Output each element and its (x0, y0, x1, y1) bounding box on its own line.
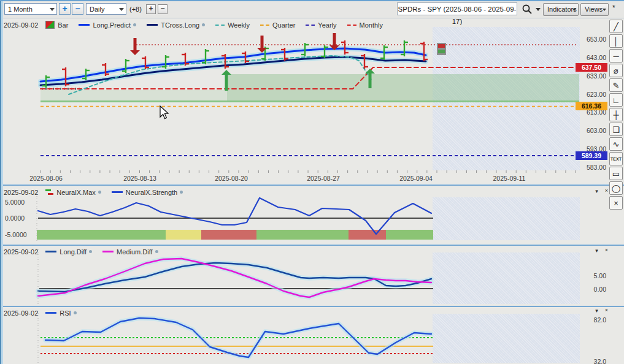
zoom-out-button[interactable]: − (72, 3, 83, 15)
modified-star: * (612, 4, 615, 12)
future-projection-region (433, 197, 580, 240)
main-chart-legend: 2025-09-02 BarLong.PredictTCross.LongWee… (4, 20, 393, 29)
price-axis-label: 643.00 (580, 54, 606, 61)
pen-tool[interactable]: ✎ (609, 78, 623, 92)
legend-item-medium-diff[interactable]: Medium.Diff (102, 248, 158, 256)
date-axis-label: 2025-08-06 (25, 175, 67, 182)
search-icon[interactable] (522, 4, 533, 15)
legend-item-neuralx-strength[interactable]: NeuralX.Strength (112, 189, 183, 196)
price-axis-label: 583.00 (580, 164, 606, 171)
date-axis-label: 2025-09-11 (488, 175, 531, 182)
text-tool[interactable]: TEXT (609, 152, 623, 165)
legend-info-dot-icon (133, 23, 136, 26)
date-axis-label: 2025-08-13 (118, 175, 161, 182)
support-band (40, 90, 227, 101)
chevron-down-icon (119, 8, 124, 13)
ellipse-tool[interactable]: ◯ (609, 181, 623, 195)
indicator-axis-label: 32.0 (580, 358, 606, 364)
symbol-title-box[interactable]: SPDRs - SPY (2025-08-06 - 2025-09-17) (397, 2, 517, 15)
zoom-in-button[interactable]: + (59, 3, 71, 15)
diff-close-button[interactable]: × (603, 246, 611, 254)
date-axis-label: 2025-09-04 (395, 175, 437, 182)
trendline-tool[interactable]: ╱ (609, 20, 623, 33)
price-axis-label: 633.00 (580, 72, 606, 80)
chart-date: 2025-09-02 (4, 21, 38, 29)
add-bar-button[interactable]: + (146, 4, 156, 14)
legend-item-monthly[interactable]: Monthly (347, 21, 383, 29)
series-tcross-long (40, 57, 426, 85)
chart-date: 2025-09-02 (4, 309, 38, 317)
legend-info-dot-icon (180, 191, 183, 194)
rsi-close-button[interactable]: × (603, 306, 611, 314)
neuralx-collapse-button[interactable]: ▾ (593, 188, 601, 195)
panel-separator[interactable] (3, 306, 624, 307)
neuralx-max-band (201, 230, 256, 240)
price-axis-label: 653.00 (580, 36, 606, 43)
legend-info-dot-icon (155, 250, 158, 253)
legend-label: RSI (60, 309, 71, 317)
legend-item-quarter[interactable]: Quarter (260, 21, 295, 29)
range-select[interactable]: 1 Month (4, 3, 57, 15)
remove-bar-button[interactable]: − (158, 4, 168, 14)
legend-item-yearly[interactable]: Yearly (306, 21, 336, 29)
views-button[interactable]: Views (580, 3, 609, 16)
rectangle-tool[interactable]: ▭ (609, 167, 623, 180)
callout-tool[interactable]: ❑ (609, 123, 623, 136)
neuralx-max-band (37, 230, 166, 240)
series-glow (40, 48, 426, 82)
range-select-value: 1 Month (8, 6, 33, 13)
chevron-down-icon (50, 8, 55, 13)
legend-label: NeuralX.Max (56, 189, 96, 196)
legend-item-weekly[interactable]: Weekly (215, 21, 250, 29)
future-projection-region (433, 27, 580, 170)
legend-item-neuralx-max[interactable]: NeuralX.Max (45, 189, 101, 196)
neuralx-panel-legend: 2025-09-02 NeuralX.MaxNeuralX.Strength (4, 188, 193, 197)
diff-collapse-button[interactable]: ▾ (593, 247, 601, 254)
chart-date: 2025-09-02 (4, 248, 38, 256)
date-axis-label: 2025-08-20 (210, 175, 253, 182)
line-swatch-icon (147, 24, 158, 26)
date-axis-label: 2025-08-27 (302, 175, 345, 182)
legend-label: Long.Diff (60, 248, 87, 256)
dash-swatch-icon (347, 25, 356, 26)
price-axis-label: 623.00 (580, 91, 606, 98)
angle-tool[interactable]: ∟ (609, 93, 623, 107)
indicators-button[interactable]: Indicators (543, 3, 579, 16)
rsi-collapse-button[interactable]: ▾ (593, 307, 601, 314)
series-glow (40, 57, 426, 85)
series-long-diff (38, 263, 431, 292)
legend-item-long-diff[interactable]: Long.Diff (45, 248, 92, 256)
indicator-axis-label: 5.00 (580, 272, 606, 279)
period-select[interactable]: Daily (86, 3, 126, 15)
price-level-badge: 637.50 (576, 63, 607, 72)
wave-tool[interactable]: ∿ (609, 137, 623, 151)
legend-item-rsi[interactable]: RSI (45, 309, 76, 317)
legend-info-dot-icon (89, 250, 92, 253)
bar-icon (45, 21, 55, 29)
horizontal-line-tool[interactable]: ─ (609, 49, 623, 63)
legend-label: Monthly (360, 21, 383, 29)
diameter-line-tool[interactable]: ⌀ (609, 64, 623, 77)
series-glow (45, 318, 431, 357)
rsi-panel-legend: 2025-09-02 RSI (4, 308, 87, 317)
close-tool[interactable]: × (609, 196, 623, 210)
legend-item-bar[interactable]: Bar (45, 21, 68, 29)
signal-arrow-up-head (365, 69, 375, 74)
indicator-axis-label: 0.00 (580, 286, 606, 293)
legend-item-tcross-long[interactable]: TCross.Long (147, 21, 205, 29)
diff-panel-legend: 2025-09-02 Long.DiffMedium.Diff (4, 247, 169, 256)
crosshair-tool[interactable]: ┼ (609, 108, 623, 121)
signal-arrow-up-head (221, 70, 231, 75)
legend-label: NeuralX.Strength (126, 189, 177, 196)
toolbar: 1 Month + − Daily (+8) + − SPDRs - SPY (… (3, 1, 624, 18)
chevron-down-icon (603, 9, 606, 13)
legend-item-long-predict[interactable]: Long.Predict (79, 21, 136, 29)
panel-separator[interactable] (3, 245, 624, 246)
window-border (0, 1, 3, 364)
panel-separator[interactable] (3, 184, 624, 186)
views-button-label: Views (585, 6, 603, 13)
vertical-line-tool[interactable]: │ (609, 34, 623, 48)
legend-label: TCross.Long (161, 21, 199, 29)
line-swatch-icon (45, 312, 56, 314)
search-dropdown-caret[interactable] (536, 8, 541, 13)
